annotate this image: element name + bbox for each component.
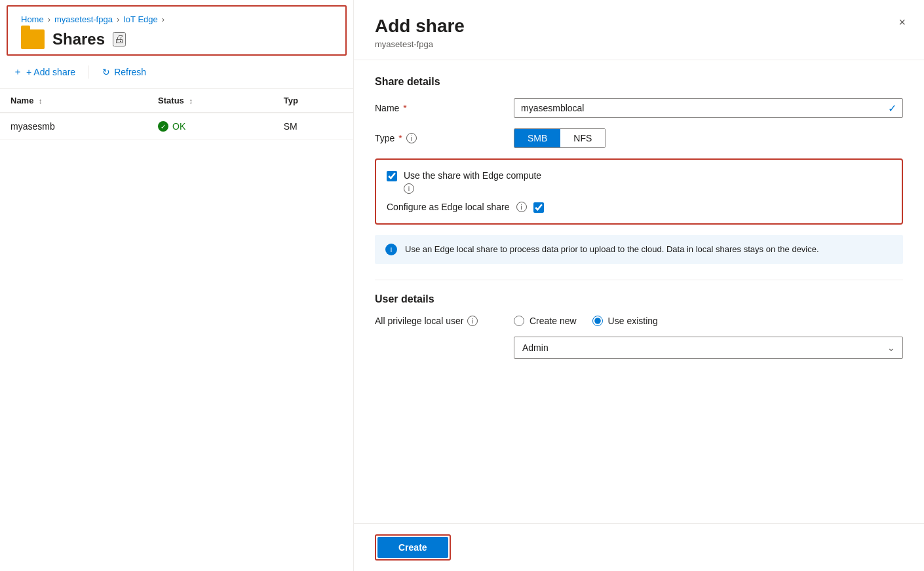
info-box: i Use an Edge local share to process dat… <box>375 235 903 264</box>
edge-compute-row: Use the share with Edge compute i <box>387 170 891 194</box>
left-panel: Home › myasetest-fpga › IoT Edge › Share… <box>0 0 354 571</box>
panel-title: Add share <box>375 16 903 37</box>
table-header-row: Name ↕ Status ↕ Typ <box>0 89 353 113</box>
name-required: * <box>403 103 406 113</box>
type-toggle: SMB NFS <box>514 128 606 148</box>
col-status[interactable]: Status ↕ <box>147 89 273 113</box>
create-new-radio[interactable] <box>514 316 524 326</box>
refresh-label: Refresh <box>114 67 146 77</box>
name-form-row: Name * ✓ <box>375 98 903 118</box>
breadcrumb-sep1: › <box>48 14 50 24</box>
name-input-wrapper: ✓ <box>514 98 903 118</box>
edge-compute-sub: i <box>404 183 541 194</box>
folder-icon <box>21 29 45 49</box>
page-title-row: Shares 🖨 <box>21 29 332 49</box>
create-new-label: Create new <box>529 316 577 326</box>
refresh-icon: ↻ <box>102 67 110 77</box>
edge-compute-label-group: Use the share with Edge compute i <box>404 170 541 194</box>
breadcrumb-section: Home › myasetest-fpga › IoT Edge › Share… <box>7 5 347 56</box>
toolbar-divider <box>88 65 89 79</box>
share-details-section-title: Share details <box>375 76 903 88</box>
shares-table: Name ↕ Status ↕ Typ myasesmb ✓ OK <box>0 89 353 140</box>
radio-group: Create new Use existing <box>514 316 658 326</box>
name-label: Name * <box>375 103 506 113</box>
edge-compute-label: Use the share with Edge compute <box>404 170 541 181</box>
close-button[interactable]: × <box>896 13 908 32</box>
smb-toggle[interactable]: SMB <box>514 129 560 147</box>
create-button[interactable]: Create <box>377 537 448 558</box>
edge-compute-checkbox[interactable] <box>387 171 397 181</box>
privilege-form-row: All privilege local user i Create new Us… <box>375 316 903 326</box>
panel-body: Share details Name * ✓ Type * i SMB NFS <box>354 60 924 523</box>
edge-local-row: Configure as Edge local share i <box>387 202 891 213</box>
type-label: Type * i <box>375 133 506 143</box>
status-dot: ✓ <box>158 121 168 132</box>
right-panel: Add share myasetest-fpga × Share details… <box>354 0 924 571</box>
admin-form-row: Admin User1 User2 ⌄ <box>375 337 903 359</box>
edge-compute-info-icon[interactable]: i <box>404 183 414 194</box>
refresh-button[interactable]: ↻ Refresh <box>102 64 146 80</box>
user-details-title: User details <box>375 293 903 305</box>
status-sort-icon: ↕ <box>189 97 193 105</box>
col-type[interactable]: Typ <box>273 89 353 113</box>
section-separator <box>375 280 903 280</box>
edge-local-info-icon[interactable]: i <box>516 202 527 212</box>
add-share-button[interactable]: ＋ + Add share <box>13 64 75 81</box>
info-box-text: Use an Edge local share to process data … <box>405 243 819 256</box>
nfs-toggle[interactable]: NFS <box>560 129 605 147</box>
breadcrumb-sep3: › <box>162 14 164 24</box>
panel-header: Add share myasetest-fpga × <box>354 0 924 60</box>
use-existing-radio[interactable] <box>592 316 603 326</box>
create-new-option[interactable]: Create new <box>514 316 577 326</box>
use-existing-label: Use existing <box>608 316 658 326</box>
privilege-label: All privilege local user i <box>375 316 506 326</box>
status-text: OK <box>172 121 185 132</box>
edge-compute-section: Use the share with Edge compute i Config… <box>375 158 903 225</box>
add-icon: ＋ <box>13 66 22 78</box>
table-row[interactable]: myasesmb ✓ OK SM <box>0 113 353 140</box>
type-required: * <box>398 133 402 143</box>
name-sort-icon: ↕ <box>39 97 43 105</box>
toolbar: ＋ + Add share ↻ Refresh <box>0 56 353 89</box>
shares-table-container: Name ↕ Status ↕ Typ myasesmb ✓ OK <box>0 89 353 571</box>
info-box-icon: i <box>385 244 397 255</box>
row-type: SM <box>273 113 353 140</box>
name-input[interactable] <box>514 98 903 118</box>
status-ok: ✓ OK <box>158 121 263 132</box>
privilege-info-icon[interactable]: i <box>467 316 478 326</box>
print-button[interactable]: 🖨 <box>113 32 126 46</box>
admin-select[interactable]: Admin User1 User2 <box>514 337 903 359</box>
add-share-label: + Add share <box>26 67 75 77</box>
breadcrumb-sep2: › <box>117 14 119 24</box>
panel-footer: Create <box>354 523 924 571</box>
type-form-row: Type * i SMB NFS <box>375 128 903 148</box>
admin-select-wrapper: Admin User1 User2 ⌄ <box>514 337 903 359</box>
row-name: myasesmb <box>0 113 147 140</box>
edge-local-label: Configure as Edge local share <box>387 202 510 212</box>
breadcrumb: Home › myasetest-fpga › IoT Edge › <box>21 14 332 24</box>
page-title: Shares <box>52 30 105 48</box>
use-existing-option[interactable]: Use existing <box>592 316 658 326</box>
create-btn-wrapper: Create <box>375 534 451 561</box>
col-name[interactable]: Name ↕ <box>0 89 147 113</box>
row-status: ✓ OK <box>147 113 273 140</box>
edge-local-checkbox[interactable] <box>533 202 544 213</box>
type-info-icon[interactable]: i <box>406 133 417 143</box>
breadcrumb-device[interactable]: myasetest-fpga <box>54 14 113 24</box>
breadcrumb-section[interactable]: IoT Edge <box>123 14 158 24</box>
panel-subtitle: myasetest-fpga <box>375 39 903 49</box>
breadcrumb-home[interactable]: Home <box>21 14 44 24</box>
name-check-icon: ✓ <box>888 102 896 115</box>
